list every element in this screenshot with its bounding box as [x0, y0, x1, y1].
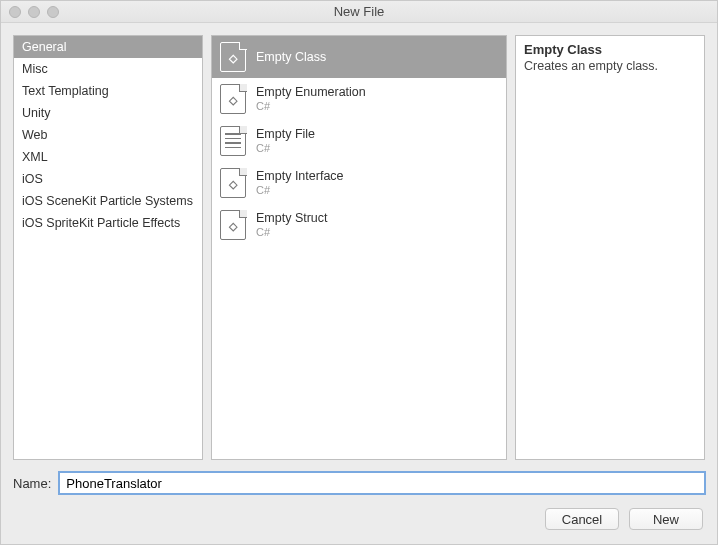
category-item-xml[interactable]: XML — [14, 146, 202, 168]
template-sublabel: C# — [256, 226, 328, 239]
template-item-empty-interface[interactable]: ◇ Empty Interface C# — [212, 162, 506, 204]
file-enum-icon: ◇ — [220, 84, 246, 114]
category-item-spritekit[interactable]: iOS SpriteKit Particle Effects — [14, 212, 202, 234]
category-item-misc[interactable]: Misc — [14, 58, 202, 80]
window-title: New File — [1, 4, 717, 19]
category-item-web[interactable]: Web — [14, 124, 202, 146]
category-item-scenekit[interactable]: iOS SceneKit Particle Systems — [14, 190, 202, 212]
category-item-ios[interactable]: iOS — [14, 168, 202, 190]
template-item-empty-file[interactable]: Empty File C# — [212, 120, 506, 162]
new-button[interactable]: New — [629, 508, 703, 530]
category-item-general[interactable]: General — [14, 36, 202, 58]
template-label: Empty Class — [256, 50, 326, 64]
new-file-dialog: New File General Misc Text Templating Un… — [0, 0, 718, 545]
category-item-text-templating[interactable]: Text Templating — [14, 80, 202, 102]
close-icon[interactable] — [9, 6, 21, 18]
name-input[interactable] — [59, 472, 705, 494]
template-item-empty-enumeration[interactable]: ◇ Empty Enumeration C# — [212, 78, 506, 120]
file-class-icon: ◇ — [220, 42, 246, 72]
dialog-content: General Misc Text Templating Unity Web X… — [1, 23, 717, 544]
template-label: Empty File — [256, 127, 315, 141]
titlebar: New File — [1, 1, 717, 23]
minimize-icon[interactable] — [28, 6, 40, 18]
category-item-unity[interactable]: Unity — [14, 102, 202, 124]
panels: General Misc Text Templating Unity Web X… — [1, 23, 717, 464]
description-title: Empty Class — [524, 42, 696, 57]
window-controls — [9, 6, 59, 18]
zoom-icon[interactable] — [47, 6, 59, 18]
template-label: Empty Interface — [256, 169, 344, 183]
file-interface-icon: ◇ — [220, 168, 246, 198]
template-label: Empty Struct — [256, 211, 328, 225]
cancel-button[interactable]: Cancel — [545, 508, 619, 530]
description-panel: Empty Class Creates an empty class. — [515, 35, 705, 460]
file-blank-icon — [220, 126, 246, 156]
name-label: Name: — [13, 476, 51, 491]
template-sublabel: C# — [256, 184, 344, 197]
template-list[interactable]: ◇ Empty Class ◇ Empty Enumeration C# — [211, 35, 507, 460]
button-row: Cancel New — [1, 500, 717, 544]
name-row: Name: — [1, 464, 717, 500]
file-struct-icon: ◇ — [220, 210, 246, 240]
template-item-empty-class[interactable]: ◇ Empty Class — [212, 36, 506, 78]
template-sublabel: C# — [256, 100, 366, 113]
template-item-empty-struct[interactable]: ◇ Empty Struct C# — [212, 204, 506, 246]
description-body: Creates an empty class. — [524, 59, 696, 73]
template-sublabel: C# — [256, 142, 315, 155]
template-label: Empty Enumeration — [256, 85, 366, 99]
category-list[interactable]: General Misc Text Templating Unity Web X… — [13, 35, 203, 460]
